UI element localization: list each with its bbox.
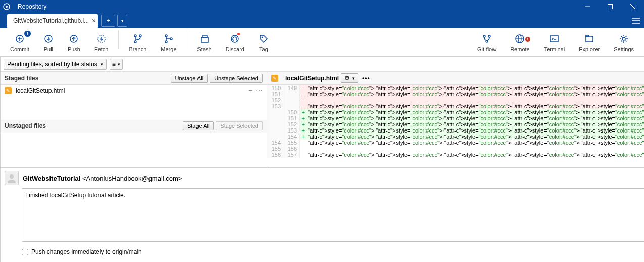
push-button[interactable]: Push [61, 30, 87, 55]
unstage-selected-button[interactable]: Unstage Selected [210, 74, 263, 83]
staged-file-name: localGitSetup.html [16, 87, 65, 94]
diff-line[interactable]: 153+"attr-c">style="color:#ccc">·"attr-c… [267, 127, 644, 134]
tag-button[interactable]: Tag [252, 30, 276, 55]
chevron-down-icon: ▾ [118, 62, 120, 67]
fetch-icon [96, 33, 107, 45]
remote-button[interactable]: Remote! [503, 30, 537, 55]
stage-selected-button: Stage Selected [216, 121, 263, 130]
view-mode-dropdown[interactable]: ≡ ▾ [110, 59, 123, 70]
file-filter-dropdown[interactable]: Pending files, sorted by file status ▾ [4, 59, 107, 70]
diff-more-button[interactable]: ••• [362, 75, 370, 82]
svg-rect-24 [201, 37, 208, 42]
menu-repository[interactable]: Repository [13, 0, 51, 13]
commit-button[interactable]: Commit1 [3, 30, 36, 55]
new-tab-button[interactable]: + [101, 15, 115, 27]
maximize-button[interactable] [599, 0, 621, 13]
push-checkbox-input[interactable] [22, 249, 28, 255]
staged-file-row[interactable]: ✎ localGitSetup.html − ⋯ [1, 85, 267, 96]
svg-rect-25 [202, 36, 207, 37]
commit-panel: GitWebsiteTutorial <AntoniusHandbook@gma… [1, 167, 644, 262]
diff-viewer[interactable]: 150149-"attr-c">style="color:#ccc">·"att… [267, 85, 644, 167]
svg-point-21 [165, 35, 167, 37]
tag-icon [259, 33, 269, 45]
app-logo [0, 0, 13, 13]
push-icon [69, 33, 79, 45]
svg-point-18 [134, 35, 136, 37]
stash-icon [200, 33, 210, 45]
stage-all-button[interactable]: Stage All [183, 121, 214, 130]
staged-header: Staged files Unstage All Unstage Selecte… [1, 72, 267, 85]
svg-point-23 [170, 38, 172, 40]
diff-line[interactable]: 153-"attr-c">style="color:#ccc">·"attr-c… [267, 103, 644, 109]
svg-rect-3 [608, 5, 612, 9]
commit-author: GitWebsiteTutorial <AntoniusHandbook@gma… [23, 174, 182, 182]
diff-line[interactable]: 154155 "attr-c">style="color:#ccc">·"att… [267, 140, 644, 146]
diff-line[interactable]: 152+"attr-c">style="color:#ccc">·"attr-c… [267, 121, 644, 127]
stash-button[interactable]: Stash [190, 30, 219, 55]
svg-point-38 [622, 37, 625, 40]
svg-rect-34 [550, 36, 558, 42]
modified-file-icon: ✎ [5, 87, 12, 94]
svg-point-29 [488, 35, 490, 37]
terminal-icon [549, 33, 559, 45]
file-menu-button[interactable]: ⋯ [256, 87, 263, 94]
discard-button[interactable]: Discard [219, 30, 252, 55]
main-toolbar: Commit1PullPushFetchBranchMergeStashDisc… [0, 28, 644, 57]
diff-line[interactable]: 151+"attr-c">style="color:#ccc">·"attr-c… [267, 115, 644, 121]
diff-line[interactable]: 150+"attr-c">style="color:#ccc">·"attr-c… [267, 109, 644, 115]
chevron-down-icon: ▾ [352, 76, 355, 81]
menu-icon[interactable] [632, 18, 640, 24]
avatar [5, 171, 19, 185]
diff-line[interactable]: 151-"attr-c">style="color:#ccc">·"attr-c… [267, 91, 644, 97]
dirty-indicator-icon [237, 33, 240, 35]
gear-icon: ⚙ [344, 75, 350, 81]
badge: 1 [24, 30, 31, 37]
warning-badge: ! [525, 36, 531, 42]
staged-title: Staged files [5, 75, 38, 82]
repo-tab[interactable]: GitWebsiteTutorial.github.i... × [7, 14, 98, 28]
gitflow-button[interactable]: Git-flow [470, 30, 503, 55]
gitflow-icon [482, 33, 492, 45]
unstage-all-button[interactable]: Unstage All [171, 74, 208, 83]
diff-line[interactable]: 152- [267, 97, 644, 103]
remote-icon [515, 33, 525, 45]
unstaged-header: Unstaged files Stage All Stage Selected [1, 120, 267, 133]
fetch-button[interactable]: Fetch [87, 30, 116, 55]
tab-close-icon[interactable]: × [92, 17, 96, 25]
push-immediately-checkbox[interactable]: Push changes immediately to origin/main [22, 248, 142, 255]
terminal-button[interactable]: Terminal [537, 30, 572, 55]
explorer-button[interactable]: Explorer [572, 30, 607, 55]
merge-button[interactable]: Merge [154, 30, 183, 55]
pull-button[interactable]: Pull [36, 30, 61, 55]
unstaged-title: Unstaged files [5, 122, 46, 129]
tab-dropdown-button[interactable]: ▾ [117, 15, 127, 27]
explorer-icon [584, 33, 595, 45]
diff-line[interactable]: 156157 "attr-c">style="color:#ccc">·"att… [267, 152, 644, 158]
merge-icon [164, 33, 174, 45]
unstaged-file-list [1, 133, 267, 168]
unstage-file-button[interactable]: − [246, 87, 254, 94]
diff-settings-button[interactable]: ⚙ ▾ [341, 73, 358, 83]
svg-point-19 [139, 35, 141, 37]
push-checkbox-label: Push changes immediately to origin/main [31, 248, 142, 255]
svg-point-26 [231, 35, 238, 42]
diff-line[interactable]: 154+"attr-c">style="color:#ccc">·"attr-c… [267, 134, 644, 140]
discard-icon [230, 33, 240, 45]
branch-icon [133, 33, 143, 45]
svg-point-28 [483, 35, 485, 37]
diff-line[interactable]: 150149-"attr-c">style="color:#ccc">·"att… [267, 85, 644, 91]
svg-point-20 [134, 41, 136, 43]
diff-line[interactable]: 155156 [267, 146, 644, 152]
settings-button[interactable]: Settings [607, 30, 641, 55]
branch-button[interactable]: Branch [122, 30, 154, 55]
svg-point-22 [165, 41, 167, 43]
commit-message-input[interactable] [22, 188, 644, 242]
minimize-button[interactable] [576, 0, 599, 13]
close-button[interactable] [621, 0, 644, 13]
modified-file-icon: ✎ [271, 75, 278, 82]
tab-bar: GitWebsiteTutorial.github.i... × + ▾ [0, 13, 644, 28]
svg-point-27 [261, 36, 263, 38]
filter-label: Pending files, sorted by file status [7, 61, 97, 68]
settings-icon [619, 33, 629, 45]
commit-icon [15, 33, 25, 45]
